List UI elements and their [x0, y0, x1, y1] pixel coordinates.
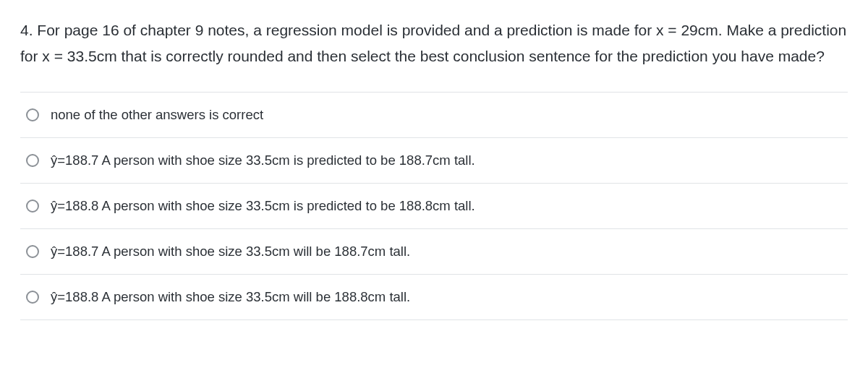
- radio-icon: [26, 154, 39, 167]
- radio-icon: [26, 245, 39, 258]
- question-text: 4. For page 16 of chapter 9 notes, a reg…: [20, 17, 848, 69]
- option-row[interactable]: ŷ=188.7 A person with shoe size 33.5cm …: [20, 229, 848, 275]
- options-container: none of the other answers is correct ŷ=…: [20, 92, 848, 319]
- option-row[interactable]: ŷ=188.8 A person with shoe size 33.5cm …: [20, 275, 848, 320]
- option-label: ŷ=188.8 A person with shoe size 33.5cm …: [51, 288, 410, 306]
- option-label: ŷ=188.7 A person with shoe size 33.5cm …: [51, 242, 410, 261]
- option-row[interactable]: none of the other answers is correct: [20, 93, 848, 138]
- option-label: ŷ=188.7 A person with shoe size 33.5cm …: [51, 151, 475, 170]
- option-label: ŷ=188.8 A person with shoe size 33.5cm …: [51, 197, 475, 215]
- radio-icon: [26, 291, 39, 304]
- option-row[interactable]: ŷ=188.8 A person with shoe size 33.5cm …: [20, 184, 848, 229]
- radio-icon: [26, 108, 39, 121]
- option-row[interactable]: ŷ=188.7 A person with shoe size 33.5cm …: [20, 138, 848, 184]
- option-label: none of the other answers is correct: [51, 106, 263, 124]
- radio-icon: [26, 200, 39, 213]
